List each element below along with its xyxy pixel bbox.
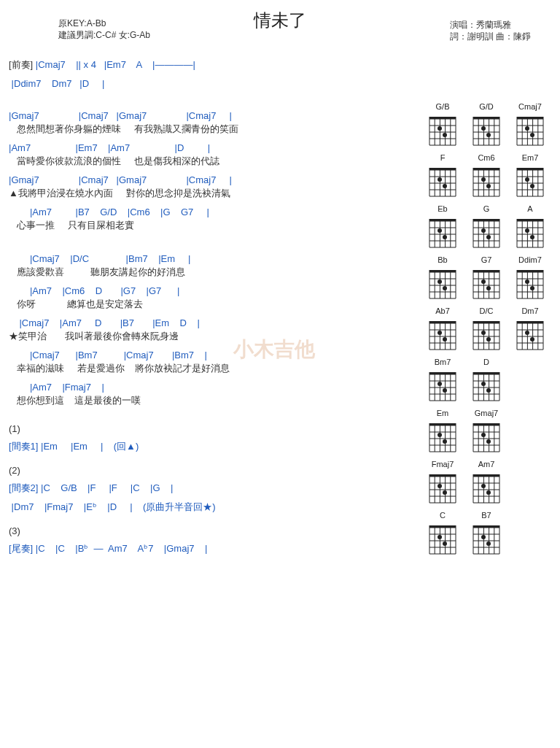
key-info: 原KEY:A-Bb [58, 18, 150, 29]
verse-l1: 忽然間想著你身軀的煙味 有我熟識又擱青份的笑面 [9, 123, 417, 136]
chord-diagram-name: B7 [467, 511, 506, 520]
chord-diagram: Ddim7 [510, 255, 550, 301]
chorus-c4: |Cmaj7 |Bm7 |Cmaj7 |Bm7 | [9, 349, 417, 362]
chord-diagram: Fmaj7 [423, 460, 462, 505]
chord-diagram-name: Bm7 [423, 358, 462, 366]
chord-diagram-grid: G/BG/DCmaj7FCm6Em7EbGABbG7Ddim7Ab7D/CDm7… [423, 58, 551, 556]
chord-diagram-name: G/D [467, 102, 506, 111]
chorus-c1: |Cmaj7 |D/C |Bm7 |Em | [9, 252, 417, 266]
meta-right: 演唱：秀蘭瑪雅 詞：謝明訓 曲：陳錚 [450, 19, 531, 42]
chorus-l4: 幸福的滋味 若是愛過你 將你放袂記才是好消息 [9, 362, 417, 375]
verse-l4: 心事一推 只有目屎相老實 [9, 219, 417, 232]
svg-point-111 [486, 235, 491, 239]
svg-point-41 [530, 133, 534, 137]
intro-line1: [前奏] |Cmaj7 || x 4 |Em7 A |————| [9, 58, 417, 72]
chord-diagram: Am7 [467, 460, 506, 505]
chord-diagram: Em [423, 409, 462, 454]
repeat3-mark: (3) [9, 525, 417, 536]
chord-diagram: G [467, 204, 506, 250]
verse-c3: |Gmaj7 |Cmaj7 |Gmaj7 |Cmaj7 | [9, 174, 417, 187]
svg-point-153 [486, 286, 491, 290]
svg-point-69 [486, 184, 491, 188]
chord-diagram-name: G [467, 204, 506, 213]
chord-diagram: C [423, 511, 462, 556]
chord-diagram-name: Ab7 [423, 306, 462, 315]
chord-diagram: G/B [423, 102, 462, 147]
chord-diagram [510, 409, 550, 454]
chord-diagram-name: Dm7 [510, 306, 550, 315]
svg-point-110 [481, 228, 486, 233]
verse-c4: |Am7 |B7 G/D |Cm6 |G G7 | [9, 206, 417, 219]
chord-diagram-name: D/C [467, 306, 506, 315]
svg-point-167 [530, 286, 534, 290]
svg-point-209 [530, 337, 534, 342]
chorus-c5: |Am7 |Fmaj7 | [9, 381, 417, 394]
svg-point-279 [443, 490, 447, 495]
chord-diagram: Ab7 [423, 306, 462, 352]
svg-point-83 [530, 184, 534, 188]
svg-point-307 [443, 541, 447, 546]
chord-diagram-name: D [467, 358, 506, 366]
credits: 詞：謝明訓 曲：陳錚 [450, 31, 531, 42]
svg-point-139 [443, 286, 447, 290]
chord-diagram-name: G7 [467, 255, 506, 264]
svg-point-306 [438, 535, 442, 539]
svg-point-181 [443, 337, 447, 342]
svg-point-195 [486, 337, 491, 342]
sheet-area: [前奏] |Cmaj7 || x 4 |Em7 A |————| |Ddim7 … [9, 58, 423, 556]
chord-diagram-name: Eb [423, 204, 462, 213]
svg-point-265 [486, 439, 491, 444]
interlude2a: [間奏2] |C G/B |F |F |C |G | [9, 482, 417, 495]
chord-diagram-name: Cmaj7 [510, 102, 550, 111]
chord-diagram: Eb [423, 204, 462, 250]
chord-diagram-name: Bb [423, 255, 462, 264]
svg-point-251 [443, 439, 447, 444]
verse-l3: ▲我將甲治浸在燒水內面 對你的思念抑是洗袂清氣 [9, 187, 417, 200]
svg-point-166 [525, 279, 529, 284]
chord-diagram: Dm7 [510, 306, 550, 352]
svg-point-97 [443, 235, 447, 239]
svg-point-264 [481, 433, 486, 437]
verse-c1: |Gmaj7 |Cmaj7 |Gmaj7 |Cmaj7 | [9, 109, 417, 123]
svg-point-40 [525, 126, 529, 131]
chord-diagram: G/D [467, 102, 506, 147]
chord-diagram: Bb [423, 255, 462, 301]
chord-diagram: Gmaj7 [467, 409, 506, 454]
chorus-l3: ★笑甲治 我叫著最後你會轉來阮身邊 [9, 330, 417, 343]
svg-point-125 [530, 235, 534, 239]
svg-point-12 [438, 126, 442, 131]
verse-c2: |Am7 |Em7 |Am7 |D | [9, 142, 417, 155]
svg-point-26 [481, 126, 486, 131]
suggested-key: 建議男調:C-C# 女:G-Ab [58, 29, 150, 41]
svg-point-223 [443, 388, 447, 393]
chord-diagram [510, 511, 550, 556]
svg-point-250 [438, 433, 442, 437]
chord-diagram-name: Ddim7 [510, 255, 550, 264]
chord-diagram [510, 460, 550, 505]
meta-left: 原KEY:A-Bb 建議男調:C-C# 女:G-Ab [58, 18, 150, 41]
svg-point-320 [481, 535, 486, 539]
chord-diagram: F [423, 153, 462, 198]
chord-diagram: D [467, 358, 506, 403]
interlude2b: |Dm7 |Fmaj7 |Eᵇ |D | (原曲升半音回★) [9, 501, 417, 514]
svg-point-27 [486, 133, 491, 137]
svg-point-236 [481, 382, 486, 386]
chord-diagram-name: A [510, 204, 550, 213]
svg-point-208 [525, 331, 529, 335]
chord-diagram-name: Am7 [467, 460, 506, 469]
svg-point-124 [525, 228, 529, 233]
repeat2-mark: (2) [9, 465, 417, 476]
chord-diagram [510, 358, 550, 403]
verse-l2: 當時愛你彼款流浪的個性 也是傷我相深的代誌 [9, 155, 417, 168]
svg-point-278 [438, 484, 442, 488]
svg-point-96 [438, 228, 442, 233]
chorus-l5: 想你想到這 這是最後的一嘆 [9, 394, 417, 407]
chord-diagram-name: F [423, 153, 462, 162]
chorus-c2: |Am7 |Cm6 D |G7 |G7 | [9, 285, 417, 298]
svg-point-138 [438, 279, 442, 284]
svg-point-180 [438, 331, 442, 335]
svg-point-54 [438, 177, 442, 182]
svg-point-82 [525, 177, 529, 182]
svg-point-152 [481, 279, 486, 284]
chord-diagram-name: Fmaj7 [423, 460, 462, 469]
